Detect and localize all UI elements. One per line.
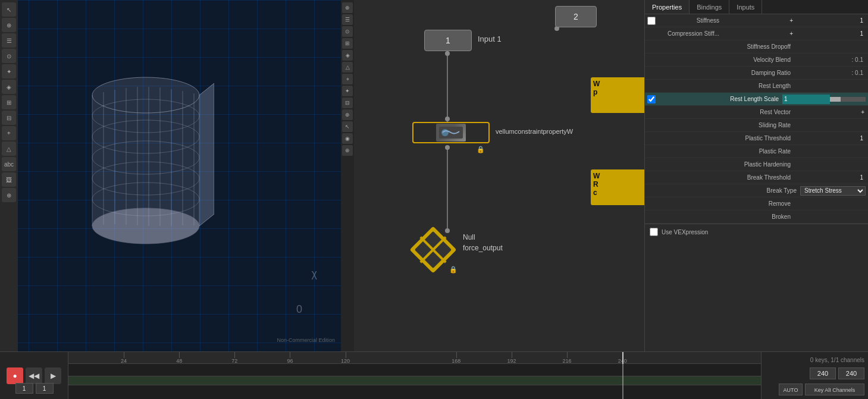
node-w2-text: WRc bbox=[593, 172, 600, 197]
transport-back[interactable]: ◀◀ bbox=[26, 367, 42, 384]
svg-point-20 bbox=[445, 117, 450, 121]
svg-point-22 bbox=[445, 51, 450, 56]
prop-label-restscale: Rest Length Scale bbox=[658, 96, 782, 102]
ne-tool-5[interactable]: ◈ bbox=[342, 50, 353, 61]
prop-value-restvec: + bbox=[794, 109, 866, 115]
node-input1-number: 1 bbox=[446, 36, 450, 45]
vp-tool-7[interactable]: ⊟ bbox=[2, 111, 16, 125]
node-editor-panel: ⊕ ☰ ⊙ ⊞ ◈ △ ⌖ ✦ ⊟ ⊕ ↖ ◉ ⊕ 2 1 Input 1 Wp bbox=[341, 0, 644, 351]
frame-end-input-small[interactable] bbox=[36, 383, 54, 394]
prop-row-broken: Broken bbox=[645, 211, 868, 224]
properties-tabs: Properties Bindings Inputs bbox=[645, 0, 868, 14]
prop-label-damping: Damping Ratio bbox=[658, 70, 794, 76]
frame-current-input[interactable]: 240 bbox=[810, 367, 836, 379]
frame-start-input[interactable]: 1 bbox=[15, 383, 33, 394]
axis-0-label: 0 bbox=[296, 303, 302, 316]
prop-label-breaktype: Break Type bbox=[658, 187, 800, 194]
ne-tool-8[interactable]: ✦ bbox=[342, 86, 353, 96]
prop-row-dropoff: Stiffness Dropoff bbox=[645, 40, 868, 54]
ne-tool-11[interactable]: ↖ bbox=[342, 121, 353, 132]
prop-label-compression: Compression Stiff... bbox=[658, 30, 723, 37]
prop-row-plasthr: Plastic Threshold 1 bbox=[645, 132, 868, 145]
vp-tool-11[interactable]: 🖼 bbox=[2, 172, 16, 187]
prop-value-stiffness2: 1 bbox=[794, 17, 866, 24]
ne-tool-2[interactable]: ☰ bbox=[342, 14, 353, 25]
prop-row-plastrate: Plastic Rate bbox=[645, 145, 868, 158]
ne-tool-10[interactable]: ⊕ bbox=[342, 109, 353, 120]
prop-row-restscale: Rest Length Scale bbox=[645, 93, 868, 106]
vp-tool-move[interactable]: ⊕ bbox=[2, 18, 16, 32]
svg-point-21 bbox=[445, 145, 450, 150]
node-vellum-label: vellumconstraintpropertyW bbox=[496, 128, 573, 135]
vp-tool-select[interactable]: ↖ bbox=[2, 2, 16, 17]
prop-value-damping: : 0.1 bbox=[794, 70, 866, 76]
prop-row-restlen: Rest Length bbox=[645, 80, 868, 93]
use-vexpression-check[interactable] bbox=[650, 228, 658, 236]
ne-tool-13[interactable]: ⊕ bbox=[342, 145, 353, 156]
node-input1[interactable]: 1 bbox=[424, 30, 472, 51]
ne-tool-3[interactable]: ⊙ bbox=[342, 26, 353, 37]
prop-label-restlen: Rest Length bbox=[658, 83, 794, 89]
use-vexpression-row: Use VEXpression bbox=[645, 224, 868, 240]
ne-tool-12[interactable]: ◉ bbox=[342, 133, 353, 144]
node-vellum-lock-icon: 🔒 bbox=[477, 146, 485, 153]
transport-play[interactable]: ▶ bbox=[45, 367, 61, 384]
prop-row-velblend: Velocity Blend : 0.1 bbox=[645, 54, 868, 67]
ne-tool-4[interactable]: ⊞ bbox=[342, 38, 353, 49]
key-all-channels-button[interactable]: Key AlI Channels bbox=[805, 384, 864, 395]
prop-label-plasthard: Plastic Hardening bbox=[658, 161, 794, 168]
prop-label-broken: Broken bbox=[658, 213, 794, 220]
axis-x-label: χ bbox=[312, 268, 317, 280]
node-input2[interactable]: 2 bbox=[555, 6, 597, 27]
vp-tool-6[interactable]: ⊞ bbox=[2, 95, 16, 109]
prop-label-breakthr: Break Threshold bbox=[658, 174, 794, 181]
timeline-content: 24 48 72 96 120 168 192 216 240 bbox=[68, 352, 761, 399]
prop-row-plasthard: Plastic Hardening bbox=[645, 158, 868, 171]
prop-value-compression: + bbox=[723, 30, 794, 37]
prop-value-velblend: : 0.1 bbox=[794, 56, 866, 63]
node-editor-toolbar: ⊕ ☰ ⊙ ⊞ ◈ △ ⌖ ✦ ⊟ ⊕ ↖ ◉ ⊕ bbox=[341, 0, 354, 351]
use-vexpression-label: Use VEXpression bbox=[662, 229, 708, 235]
vp-tool-5[interactable]: ◈ bbox=[2, 80, 16, 94]
timeline-track[interactable] bbox=[68, 364, 761, 399]
svg-point-26 bbox=[441, 129, 449, 136]
ne-tool-6[interactable]: △ bbox=[342, 62, 353, 73]
prop-row-restvec: Rest Vector + bbox=[645, 106, 868, 119]
node-w1-text: Wp bbox=[593, 80, 600, 96]
vp-tool-4[interactable]: ✦ bbox=[2, 64, 16, 78]
vp-tool-2[interactable]: ☰ bbox=[2, 33, 16, 48]
vp-tool-12[interactable]: ⊕ bbox=[2, 188, 16, 202]
vp-tool-snap[interactable]: ⌖ bbox=[2, 126, 16, 140]
node-w2: WRc bbox=[591, 169, 644, 205]
vp-tool-10[interactable]: abc bbox=[2, 157, 16, 171]
prop-label-dropoff: Stiffness Dropoff bbox=[658, 43, 794, 50]
tab-properties[interactable]: Properties bbox=[645, 0, 690, 14]
transport-record[interactable]: ● bbox=[7, 367, 23, 384]
prop-row-remove: Remove bbox=[645, 197, 868, 211]
prop-row-sliding: Sliding Rate bbox=[645, 119, 868, 132]
prop-check-restscale[interactable] bbox=[647, 95, 656, 103]
node-null-label1: Null bbox=[463, 233, 475, 241]
timeline-panel: ● ◀◀ ▶ 1 24 48 72 96 120 168 192 216 240 bbox=[0, 351, 868, 399]
node-input1-label: Input 1 bbox=[478, 34, 502, 43]
tab-inputs[interactable]: Inputs bbox=[729, 0, 762, 14]
prop-dropdown-breaktype[interactable]: Stretch Stress bbox=[800, 186, 866, 196]
node-vellum-icon bbox=[436, 124, 466, 142]
prop-value-stiffness: + bbox=[723, 17, 794, 24]
ne-tool-7[interactable]: ⌖ bbox=[342, 74, 353, 84]
node-null-label2: force_output bbox=[463, 244, 503, 252]
vp-tool-3[interactable]: ⊙ bbox=[2, 49, 16, 63]
prop-input-restscale[interactable] bbox=[782, 95, 830, 104]
ne-tool-1[interactable]: ⊕ bbox=[342, 2, 353, 13]
auto-button[interactable]: AUTO bbox=[779, 384, 803, 395]
node-vellum-constraint[interactable] bbox=[412, 122, 490, 143]
vp-tool-9[interactable]: △ bbox=[2, 142, 16, 156]
ne-tool-9[interactable]: ⊟ bbox=[342, 98, 353, 108]
frame-end-val-input[interactable]: 240 bbox=[838, 367, 864, 379]
viewport-panel: ↖ ⊕ ☰ ⊙ ✦ ◈ ⊞ ⊟ ⌖ △ abc 🖼 ⊕ χ 0 Non-Comm… bbox=[0, 0, 341, 351]
properties-panel: Properties Bindings Inputs Stiffness + 1… bbox=[644, 0, 868, 351]
prop-check-stiffness[interactable] bbox=[647, 17, 656, 25]
prop-row-breaktype: Break Type Stretch Stress bbox=[645, 184, 868, 197]
tab-bindings[interactable]: Bindings bbox=[690, 0, 729, 14]
prop-slider-restscale[interactable] bbox=[830, 97, 866, 102]
